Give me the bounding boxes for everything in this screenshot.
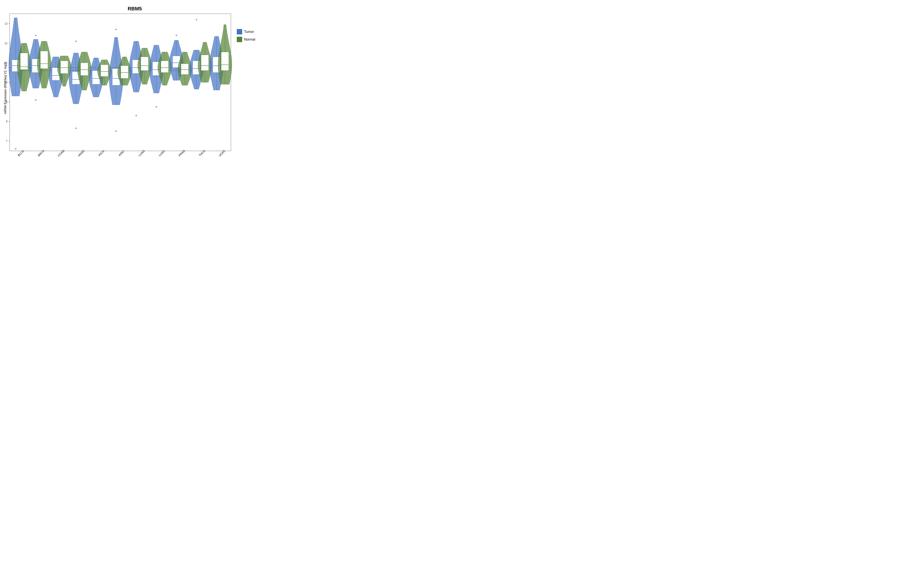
svg-point-623 xyxy=(182,68,183,68)
svg-point-567 xyxy=(163,53,163,54)
svg-point-581 xyxy=(174,70,175,71)
svg-point-161 xyxy=(55,93,56,94)
svg-point-602 xyxy=(174,42,175,42)
svg-point-106 xyxy=(33,63,34,63)
svg-point-456 xyxy=(133,57,133,58)
svg-point-590 xyxy=(177,58,177,59)
svg-point-462 xyxy=(135,47,136,47)
svg-point-238 xyxy=(72,87,73,88)
svg-point-60 xyxy=(24,82,24,83)
svg-point-308 xyxy=(98,82,98,82)
svg-point-282 xyxy=(86,65,86,66)
svg-point-239 xyxy=(75,86,75,86)
svg-point-212 xyxy=(65,66,66,67)
svg-point-509 xyxy=(154,85,155,86)
svg-point-137 xyxy=(41,68,41,69)
svg-point-312 xyxy=(94,77,94,77)
svg-point-653 xyxy=(195,75,196,76)
svg-point-423 xyxy=(126,64,126,64)
svg-point-187 xyxy=(53,59,54,59)
svg-point-517 xyxy=(153,73,153,74)
svg-point-81 xyxy=(23,48,23,49)
svg-point-558 xyxy=(166,63,166,64)
svg-point-483 xyxy=(144,68,145,68)
svg-point-253 xyxy=(76,62,76,63)
svg-point-194 xyxy=(63,84,63,85)
svg-point-656 xyxy=(196,71,197,72)
svg-point-197 xyxy=(63,81,63,82)
svg-point-634 xyxy=(183,56,184,56)
svg-point-198 xyxy=(64,81,65,81)
svg-point-596 xyxy=(178,50,178,51)
svg-point-731 xyxy=(213,53,214,54)
svg-point-306 xyxy=(92,84,93,85)
svg-point-125 xyxy=(44,87,45,88)
svg-point-72 xyxy=(27,63,28,63)
svg-point-448 xyxy=(132,71,133,71)
legend-area: Tumor Normal xyxy=(233,14,268,163)
svg-point-594 xyxy=(173,53,174,53)
svg-point-735 xyxy=(216,46,217,47)
svg-point-142 xyxy=(48,61,48,61)
svg-point-545 xyxy=(166,78,167,78)
svg-point-230 xyxy=(74,101,74,102)
svg-point-257 xyxy=(74,55,74,56)
svg-point-583 xyxy=(172,67,173,68)
svg-point-360 xyxy=(103,60,104,61)
svg-point-97 xyxy=(38,77,39,78)
svg-point-345 xyxy=(107,73,107,73)
svg-point-90 xyxy=(35,35,37,36)
svg-point-721 xyxy=(215,71,216,71)
svg-point-732 xyxy=(216,52,216,52)
svg-point-320 xyxy=(94,66,94,66)
svg-point-69 xyxy=(27,68,27,68)
svg-point-724 xyxy=(216,66,216,66)
svg-point-353 xyxy=(106,66,107,66)
svg-point-404 xyxy=(126,82,126,82)
svg-point-379 xyxy=(113,76,113,77)
svg-point-82 xyxy=(24,47,25,47)
svg-point-515 xyxy=(155,76,155,77)
svg-point-240 xyxy=(78,84,78,85)
svg-point-359 xyxy=(102,61,103,61)
svg-point-26 xyxy=(16,81,16,82)
svg-point-214 xyxy=(63,64,64,65)
svg-point-215 xyxy=(66,63,67,64)
svg-point-627 xyxy=(186,63,186,64)
svg-point-213 xyxy=(60,65,61,66)
svg-point-305 xyxy=(97,85,97,86)
svg-point-44 xyxy=(14,34,15,35)
svg-point-56 xyxy=(22,89,23,89)
svg-point-540 xyxy=(163,83,164,84)
svg-point-301 xyxy=(94,91,95,91)
svg-point-541 xyxy=(164,82,165,83)
svg-point-438 xyxy=(136,87,136,88)
svg-point-382 xyxy=(113,69,114,70)
svg-point-338 xyxy=(103,79,103,79)
svg-point-355 xyxy=(104,64,105,65)
svg-point-739 xyxy=(215,39,215,39)
svg-point-272 xyxy=(81,78,81,78)
svg-point-96 xyxy=(36,79,36,79)
svg-point-758 xyxy=(225,57,225,58)
svg-point-307 xyxy=(95,83,95,84)
svg-point-669 xyxy=(195,54,195,55)
svg-point-280 xyxy=(88,68,88,68)
svg-point-178 xyxy=(57,71,58,71)
svg-point-730 xyxy=(218,55,218,55)
svg-point-663 xyxy=(193,62,194,63)
svg-point-755 xyxy=(224,63,224,64)
svg-point-543 xyxy=(163,80,163,81)
svg-point-529 xyxy=(156,54,157,54)
svg-point-300 xyxy=(97,92,98,93)
svg-point-629 xyxy=(184,61,184,62)
svg-point-716 xyxy=(216,80,217,81)
svg-point-38 xyxy=(18,50,19,51)
svg-point-372 xyxy=(116,92,117,93)
svg-point-63 xyxy=(25,77,25,78)
svg-point-749 xyxy=(222,75,223,76)
svg-point-751 xyxy=(228,71,228,71)
svg-point-371 xyxy=(113,94,114,95)
svg-point-231 xyxy=(75,99,76,100)
svg-point-740 xyxy=(216,37,216,37)
